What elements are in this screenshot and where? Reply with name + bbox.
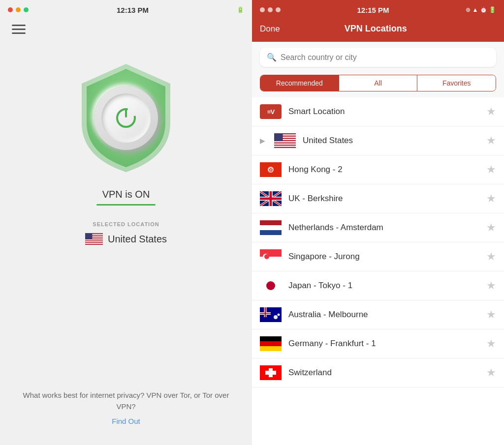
right-battery-area: ⊕ ▲ ⏰ 🔋 [466, 6, 496, 13]
svg-rect-7 [85, 241, 103, 242]
left-time: 12:13 PM [117, 6, 149, 14]
favorite-star[interactable]: ★ [486, 308, 496, 321]
location-name: Smart Location [288, 107, 479, 117]
power-icon [114, 106, 138, 130]
svg-rect-6 [85, 239, 103, 240]
svg-rect-14 [274, 141, 296, 142]
svg-point-38 [266, 281, 275, 290]
left-battery: 🔋 [237, 6, 244, 13]
traffic-lights [8, 7, 29, 12]
list-item[interactable]: Japan - Tokyo - 1 ★ [252, 271, 504, 300]
svg-point-45 [278, 314, 280, 316]
favorite-star[interactable]: ★ [486, 337, 496, 350]
favorite-star[interactable]: ★ [486, 279, 496, 292]
right-dot-1 [260, 7, 265, 12]
hk-flag: ✿ [260, 162, 282, 177]
favorite-star[interactable]: ★ [486, 163, 496, 176]
svg-rect-30 [260, 220, 282, 225]
right-panel: 12:15 PM ⊕ ▲ ⏰ 🔋 Done VPN Locations 🔍 Re… [252, 0, 504, 445]
svg-rect-43 [265, 307, 266, 317]
smart-location-icon: ≡V [260, 104, 282, 119]
vpn-status-text: VPN is ON [102, 189, 150, 200]
right-status-bar: 12:15 PM ⊕ ▲ ⏰ 🔋 [252, 0, 504, 20]
hamburger-line-2 [12, 29, 26, 30]
search-input[interactable] [281, 53, 489, 62]
vpn-status-line [96, 204, 156, 206]
tab-favorites[interactable]: Favorites [417, 75, 496, 91]
list-item[interactable]: Switzerland ★ [252, 358, 504, 387]
favorite-star[interactable]: ★ [486, 221, 496, 234]
right-traffic-lights [260, 7, 281, 12]
selected-location-label: SELECTED LOCATION [93, 221, 159, 227]
location-name: Australia - Melbourne [288, 310, 479, 320]
uk-flag [260, 191, 282, 206]
location-name: United States [303, 136, 479, 146]
find-out-link[interactable]: Find Out [20, 417, 232, 425]
location-name: Hong Kong - 2 [288, 165, 479, 175]
de-flag [260, 336, 282, 351]
right-icons: ⊕ ▲ ⏰ 🔋 [466, 6, 496, 13]
favorite-star[interactable]: ★ [486, 105, 496, 118]
favorite-star[interactable]: ★ [486, 192, 496, 205]
tab-recommended[interactable]: Recommended [260, 75, 339, 91]
svg-rect-32 [260, 230, 282, 235]
location-name: UK - Berkshire [288, 194, 479, 204]
hamburger-line-1 [12, 25, 26, 26]
selected-location: United States [85, 233, 167, 245]
svg-rect-8 [85, 243, 103, 244]
svg-point-44 [274, 315, 278, 319]
location-name: Singapore - Jurong [288, 252, 479, 262]
vpn-locations-header: Done VPN Locations [252, 20, 504, 42]
svg-rect-51 [265, 371, 276, 375]
us-flag-left [85, 233, 103, 245]
location-name: Switzerland [288, 368, 479, 378]
favorite-star[interactable]: ★ [486, 250, 496, 263]
header-title: VPN Locations [345, 24, 407, 34]
hamburger-menu[interactable] [12, 25, 26, 34]
selected-location-name: United States [108, 234, 167, 245]
ch-flag [260, 365, 282, 380]
list-item[interactable]: Australia - Melbourne ★ [252, 300, 504, 329]
right-time: 12:15 PM [357, 6, 389, 14]
list-item[interactable]: Germany - Frankfurt - 1 ★ [252, 329, 504, 358]
search-icon: 🔍 [267, 53, 277, 62]
svg-rect-48 [260, 346, 282, 351]
right-dot-2 [268, 7, 273, 12]
bottom-question: What works best for internet privacy? VP… [20, 390, 232, 412]
yellow-dot [16, 7, 21, 12]
right-dot-3 [276, 7, 281, 12]
svg-rect-47 [260, 341, 282, 346]
us-flag [274, 133, 296, 148]
chevron-icon: ▶ [260, 137, 265, 145]
left-panel: 12:13 PM 🔋 VPN is [0, 0, 252, 445]
location-name: Netherlands - Amsterdam [288, 223, 479, 233]
power-button[interactable] [94, 86, 158, 150]
svg-rect-16 [274, 146, 296, 147]
list-item[interactable]: ✿ Hong Kong - 2 ★ [252, 155, 504, 184]
green-dot [24, 7, 29, 12]
svg-rect-31 [260, 225, 282, 230]
favorite-star[interactable]: ★ [486, 134, 496, 147]
svg-rect-46 [260, 336, 282, 341]
jp-flag [260, 278, 282, 293]
svg-rect-17 [274, 133, 283, 141]
svg-text:✿: ✿ [269, 167, 273, 173]
favorite-star[interactable]: ★ [486, 366, 496, 379]
list-item[interactable]: ▶ United States ★ [252, 126, 504, 155]
red-dot [8, 7, 13, 12]
bottom-text: What works best for internet privacy? VP… [0, 390, 252, 425]
list-item[interactable]: UK - Berkshire ★ [252, 184, 504, 213]
hamburger-line-3 [12, 32, 26, 34]
list-item[interactable]: Singapore - Jurong ★ [252, 242, 504, 271]
locations-list: ≡V Smart Location ★ ▶ United States ★ [252, 97, 504, 445]
list-item[interactable]: Netherlands - Amsterdam ★ [252, 213, 504, 242]
svg-rect-29 [270, 191, 272, 206]
shield-container [72, 59, 180, 177]
search-bar[interactable]: 🔍 [260, 48, 496, 67]
svg-point-36 [264, 254, 269, 259]
list-item[interactable]: ≡V Smart Location ★ [252, 97, 504, 126]
sg-flag [260, 249, 282, 264]
tab-all[interactable]: All [339, 75, 418, 91]
done-button[interactable]: Done [260, 24, 280, 34]
nl-flag [260, 220, 282, 235]
